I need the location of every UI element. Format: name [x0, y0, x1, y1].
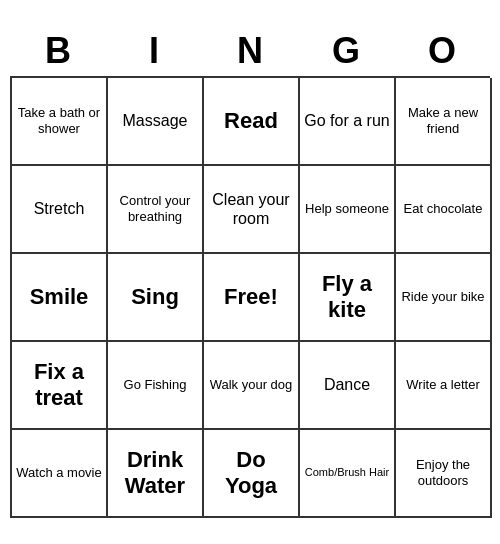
cell-1: Massage: [108, 78, 204, 166]
cell-19: Write a letter: [396, 342, 492, 430]
cell-text-7: Clean your room: [208, 190, 294, 228]
cell-0: Take a bath or shower: [12, 78, 108, 166]
cell-text-20: Watch a movie: [16, 465, 102, 481]
cell-16: Go Fishing: [108, 342, 204, 430]
cell-text-9: Eat chocolate: [404, 201, 483, 217]
cell-text-15: Fix a treat: [16, 359, 102, 412]
cell-2: Read: [204, 78, 300, 166]
cell-text-18: Dance: [324, 375, 370, 394]
cell-text-24: Enjoy the outdoors: [400, 457, 486, 488]
cell-text-21: Drink Water: [112, 447, 198, 500]
cell-20: Watch a movie: [12, 430, 108, 518]
cell-text-6: Control your breathing: [112, 193, 198, 224]
cell-text-0: Take a bath or shower: [16, 105, 102, 136]
cell-14: Ride your bike: [396, 254, 492, 342]
cell-text-4: Make a new friend: [400, 105, 486, 136]
cell-4: Make a new friend: [396, 78, 492, 166]
cell-text-14: Ride your bike: [401, 289, 484, 305]
header-letter-N: N: [206, 30, 294, 72]
cell-text-11: Sing: [131, 284, 179, 310]
cell-8: Help someone: [300, 166, 396, 254]
cell-6: Control your breathing: [108, 166, 204, 254]
cell-text-5: Stretch: [34, 199, 85, 218]
cell-13: Fly a kite: [300, 254, 396, 342]
cell-15: Fix a treat: [12, 342, 108, 430]
cell-text-12: Free!: [224, 284, 278, 310]
cell-10: Smile: [12, 254, 108, 342]
bingo-grid: Take a bath or showerMassageReadGo for a…: [10, 76, 490, 518]
cell-22: Do Yoga: [204, 430, 300, 518]
cell-17: Walk your dog: [204, 342, 300, 430]
cell-5: Stretch: [12, 166, 108, 254]
bingo-card: BINGO Take a bath or showerMassageReadGo…: [10, 26, 490, 518]
cell-text-19: Write a letter: [406, 377, 479, 393]
cell-text-1: Massage: [123, 111, 188, 130]
cell-text-8: Help someone: [305, 201, 389, 217]
cell-12: Free!: [204, 254, 300, 342]
cell-text-2: Read: [224, 108, 278, 134]
cell-9: Eat chocolate: [396, 166, 492, 254]
header-letter-I: I: [110, 30, 198, 72]
header-letter-O: O: [398, 30, 486, 72]
bingo-header: BINGO: [10, 26, 490, 76]
header-letter-G: G: [302, 30, 390, 72]
cell-24: Enjoy the outdoors: [396, 430, 492, 518]
cell-23: Comb/Brush Hair: [300, 430, 396, 518]
cell-text-22: Do Yoga: [208, 447, 294, 500]
cell-text-23: Comb/Brush Hair: [305, 466, 389, 479]
cell-21: Drink Water: [108, 430, 204, 518]
cell-11: Sing: [108, 254, 204, 342]
cell-7: Clean your room: [204, 166, 300, 254]
cell-18: Dance: [300, 342, 396, 430]
cell-text-17: Walk your dog: [210, 377, 293, 393]
cell-text-16: Go Fishing: [124, 377, 187, 393]
header-letter-B: B: [14, 30, 102, 72]
cell-text-13: Fly a kite: [304, 271, 390, 324]
cell-text-10: Smile: [30, 284, 89, 310]
cell-3: Go for a run: [300, 78, 396, 166]
cell-text-3: Go for a run: [304, 111, 389, 130]
